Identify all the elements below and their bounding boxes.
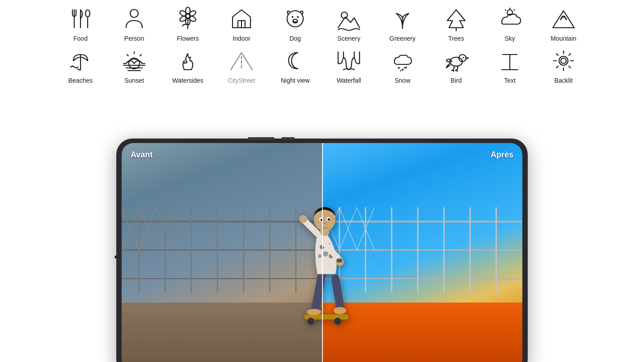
indoor-label: Indoor bbox=[233, 35, 250, 42]
waterfall-item: Waterfall bbox=[322, 46, 376, 84]
svg-point-122 bbox=[328, 219, 330, 221]
icons-section: Food Person bbox=[0, 0, 644, 88]
text-item: Text bbox=[483, 46, 537, 84]
nightview-label: Night view bbox=[281, 77, 310, 84]
watersides-item: Watersides bbox=[161, 46, 215, 84]
svg-point-103 bbox=[334, 318, 341, 325]
snow-item: Snow bbox=[376, 46, 429, 84]
food-label: Food bbox=[73, 35, 88, 42]
svg-line-65 bbox=[569, 66, 571, 68]
sunset-item: Sunset bbox=[107, 46, 161, 84]
flowers-label: Flowers bbox=[177, 35, 199, 42]
icon-row-1: Food Person bbox=[54, 4, 590, 42]
svg-point-102 bbox=[307, 318, 314, 325]
trees-icon bbox=[442, 4, 470, 33]
svg-point-18 bbox=[292, 16, 293, 18]
phone-container: Avant Après bbox=[116, 139, 528, 362]
text-icon bbox=[496, 46, 524, 75]
beaches-item: Beaches bbox=[54, 46, 107, 84]
sunset-icon bbox=[120, 46, 148, 75]
svg-point-43 bbox=[402, 69, 403, 71]
sky-item: Sky bbox=[483, 4, 537, 42]
split-line bbox=[322, 143, 323, 362]
phone-top-btn-right bbox=[281, 137, 295, 140]
food-item: Food bbox=[54, 4, 107, 42]
person-icon bbox=[120, 4, 148, 33]
svg-line-50 bbox=[453, 66, 454, 70]
indoor-icon bbox=[227, 4, 256, 33]
nightview-item: Night view bbox=[268, 46, 322, 84]
svg-point-110 bbox=[323, 251, 328, 257]
screen-content bbox=[122, 143, 522, 362]
svg-point-20 bbox=[293, 19, 297, 22]
svg-line-67 bbox=[556, 66, 558, 68]
greenery-label: Greenery bbox=[390, 35, 415, 42]
mountain-label: Mountain bbox=[551, 35, 576, 42]
phone-top-btn-left bbox=[248, 137, 275, 140]
svg-point-106 bbox=[334, 307, 346, 314]
scenery-icon bbox=[335, 4, 363, 33]
person-label: Person bbox=[124, 35, 144, 42]
svg-line-66 bbox=[569, 54, 571, 55]
phone-side-camera bbox=[114, 255, 118, 259]
scenery-label: Scenery bbox=[337, 35, 360, 42]
beaches-label: Beaches bbox=[68, 77, 93, 84]
sunset-label: Sunset bbox=[124, 77, 144, 84]
svg-line-32 bbox=[140, 55, 141, 56]
svg-point-46 bbox=[404, 67, 405, 69]
svg-point-49 bbox=[463, 57, 464, 59]
scenery-item: Scenery bbox=[322, 4, 376, 42]
bird-label: Bird bbox=[451, 77, 462, 84]
svg-point-116 bbox=[299, 215, 307, 223]
mountain-item: Mountain bbox=[537, 4, 590, 42]
svg-point-44 bbox=[405, 67, 407, 68]
backlit-label: Backlit bbox=[554, 77, 572, 84]
bird-item: Bird bbox=[429, 46, 483, 84]
svg-rect-123 bbox=[337, 259, 342, 262]
svg-point-45 bbox=[400, 70, 402, 72]
phone-frame: Avant Après bbox=[116, 139, 528, 362]
citystreet-label: CityStreet bbox=[228, 77, 255, 84]
backlit-item: Backlit bbox=[537, 46, 590, 84]
svg-line-64 bbox=[556, 54, 558, 55]
flowers-item: Flowers bbox=[161, 4, 215, 42]
svg-point-42 bbox=[398, 67, 400, 69]
icon-row-2: Beaches bbox=[54, 46, 590, 84]
svg-point-111 bbox=[318, 254, 322, 258]
svg-point-19 bbox=[297, 16, 299, 18]
trees-label: Trees bbox=[448, 35, 464, 42]
dog-label: Dog bbox=[289, 35, 301, 42]
mountain-icon bbox=[549, 4, 578, 33]
indoor-item: Indoor bbox=[215, 4, 268, 42]
waterfall-label: Waterfall bbox=[337, 77, 361, 84]
svg-line-33 bbox=[127, 55, 128, 56]
backlit-icon bbox=[549, 46, 578, 75]
greenery-item: Greenery bbox=[376, 4, 429, 42]
person-item: Person bbox=[107, 4, 161, 42]
citystreet-item: CityStreet bbox=[215, 46, 268, 84]
trees-item: Trees bbox=[429, 4, 483, 42]
snow-icon bbox=[388, 46, 417, 75]
svg-point-21 bbox=[341, 12, 347, 18]
bird-icon bbox=[442, 46, 470, 75]
svg-line-53 bbox=[457, 66, 458, 70]
text-label: Text bbox=[504, 77, 516, 84]
svg-line-104 bbox=[335, 278, 340, 305]
svg-point-68 bbox=[561, 58, 566, 63]
svg-line-27 bbox=[514, 10, 514, 10]
greenery-icon bbox=[388, 4, 417, 33]
svg-marker-23 bbox=[447, 10, 465, 28]
watersides-icon bbox=[174, 46, 202, 75]
sky-icon bbox=[496, 4, 524, 33]
flowers-icon bbox=[174, 4, 202, 33]
dog-icon bbox=[281, 4, 309, 33]
after-label: Après bbox=[491, 150, 513, 160]
svg-point-5 bbox=[85, 10, 90, 17]
snow-label: Snow bbox=[394, 77, 410, 84]
waterfall-icon bbox=[335, 46, 363, 75]
svg-point-107 bbox=[307, 309, 321, 315]
before-label: Avant bbox=[131, 150, 153, 160]
dog-item: Dog bbox=[268, 4, 322, 42]
svg-line-28 bbox=[505, 10, 506, 10]
svg-line-105 bbox=[315, 274, 322, 310]
